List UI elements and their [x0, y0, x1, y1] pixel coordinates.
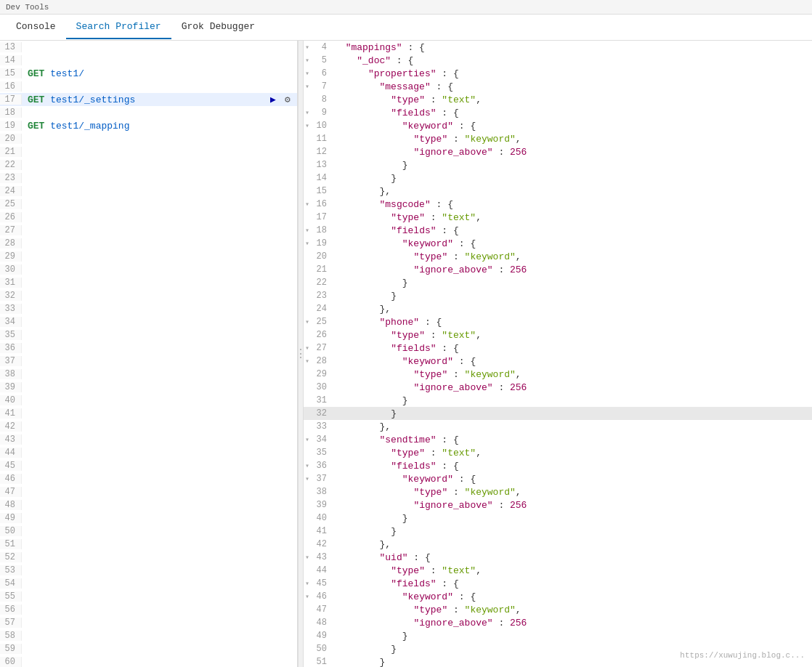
editor-line: 49 — [0, 512, 297, 525]
fold-marker-icon[interactable]: ▾ — [305, 121, 309, 130]
line-num-text: 46 — [317, 591, 327, 602]
output-line-content: "ignore_above" : 256 — [331, 382, 527, 393]
output-line-number: 31 — [304, 395, 331, 405]
line-num-text: 44 — [317, 565, 327, 575]
tab-search-profiler[interactable]: Search Profiler — [66, 15, 171, 39]
line-number: 58 — [0, 631, 22, 641]
editor-line: 39 — [0, 381, 297, 394]
output-line-content: "mappings" : { — [331, 42, 425, 53]
run-button[interactable]: ▶ — [267, 93, 280, 106]
http-method: GET — [28, 94, 44, 105]
output-line: 23 } — [304, 289, 812, 302]
line-num-text: 23 — [317, 291, 327, 301]
output-line-number: ▾46 — [304, 591, 331, 602]
fold-marker-icon[interactable]: ▾ — [305, 592, 309, 601]
output-line-number: 40 — [304, 513, 331, 523]
output-line: ▾36 "fields" : { — [304, 459, 812, 472]
fold-marker-icon[interactable]: ▾ — [305, 82, 309, 91]
output-line-number: ▾43 — [304, 552, 331, 562]
output-line-number: ▾6 — [304, 68, 331, 78]
output-line-content: }, — [331, 421, 391, 432]
output-line-content: "ignore_above" : 256 — [331, 500, 527, 511]
fold-marker-icon[interactable]: ▾ — [305, 200, 309, 209]
fold-marker-icon[interactable]: ▾ — [305, 226, 309, 235]
line-num-text: 27 — [317, 343, 327, 353]
tab-console[interactable]: Console — [6, 15, 66, 39]
resize-handle[interactable]: ⋮ — [298, 41, 304, 667]
output-line-number: ▾10 — [304, 121, 331, 131]
output-line-number: 14 — [304, 173, 331, 183]
output-line: ▾9 "fields" : { — [304, 106, 812, 119]
topbar: Dev Tools — [0, 0, 812, 15]
output-line: 22 } — [304, 276, 812, 289]
line-num-text: 29 — [317, 369, 327, 379]
fold-marker-icon[interactable]: ▾ — [305, 56, 309, 65]
editor-line: 32 — [0, 289, 297, 302]
output-line-number: 20 — [304, 251, 331, 262]
output-line: 32 } — [304, 407, 812, 420]
fold-marker-icon[interactable]: ▾ — [305, 461, 309, 470]
output-line-number: 48 — [304, 618, 331, 628]
line-num-text: 16 — [317, 199, 327, 209]
line-number: 27 — [0, 225, 22, 235]
editor-line[interactable]: 17GET test1/_settings▶⚙ — [0, 93, 297, 106]
output-line-content: "type" : "text", — [331, 448, 482, 458]
editor-line: 56 — [0, 603, 297, 616]
editor-line: 30 — [0, 263, 297, 276]
line-num-text: 50 — [317, 644, 327, 654]
editor-line: 58 — [0, 629, 297, 642]
output-line: ▾10 "keyword" : { — [304, 119, 812, 132]
line-number: 14 — [0, 55, 22, 65]
line-number: 19 — [0, 121, 22, 131]
output-line-content: "properties" : { — [331, 68, 459, 79]
output-line: ▾6 "properties" : { — [304, 67, 812, 80]
tab-grok-debugger[interactable]: Grok Debugger — [171, 15, 265, 39]
output-line-number: ▾36 — [304, 461, 331, 471]
line-number: 30 — [0, 264, 22, 275]
output-line-content: } — [331, 526, 397, 537]
output-line-number: 41 — [304, 526, 331, 536]
fold-marker-icon[interactable]: ▾ — [305, 344, 309, 352]
editor-line: 21 — [0, 145, 297, 158]
output-line-number: 15 — [304, 186, 331, 196]
fold-marker-icon[interactable]: ▾ — [305, 579, 309, 588]
settings-icon[interactable]: ⚙ — [281, 93, 294, 106]
line-number: 36 — [0, 343, 22, 353]
fold-marker-icon[interactable]: ▾ — [305, 357, 309, 365]
line-num-text: 38 — [317, 487, 327, 497]
fold-marker-icon[interactable]: ▾ — [305, 69, 309, 78]
line-num-text: 36 — [317, 461, 327, 471]
editor-line: 13 — [0, 41, 297, 54]
line-num-text: 51 — [317, 657, 327, 667]
fold-marker-icon[interactable]: ▾ — [305, 318, 309, 326]
output-line: 41 } — [304, 525, 812, 538]
editor-line: 20 — [0, 132, 297, 145]
line-num-text: 49 — [317, 631, 327, 641]
output-line-content: "message" : { — [331, 81, 453, 92]
editor-line: 25 — [0, 198, 297, 211]
output-line-content: "fields" : { — [331, 578, 459, 589]
line-num-text: 30 — [317, 382, 327, 392]
line-num-text: 25 — [317, 317, 327, 327]
line-number: 25 — [0, 199, 22, 209]
fold-marker-icon[interactable]: ▾ — [305, 435, 309, 444]
line-number: 37 — [0, 356, 22, 366]
output-line-content: "keyword" : { — [331, 356, 476, 367]
output-line-number: 38 — [304, 487, 331, 497]
editor-line: 28 — [0, 237, 297, 250]
output-line: 38 "type" : "keyword", — [304, 485, 812, 498]
line-num-text: 13 — [317, 160, 327, 170]
fold-marker-icon[interactable]: ▾ — [305, 239, 309, 248]
output-line-number: ▾45 — [304, 578, 331, 589]
output-line: 11 "type" : "keyword", — [304, 132, 812, 145]
line-number: 23 — [0, 173, 22, 183]
output-line: 12 "ignore_above" : 256 — [304, 145, 812, 158]
editor-line[interactable]: 19GET test1/_mapping — [0, 119, 297, 132]
fold-marker-icon[interactable]: ▾ — [305, 43, 309, 52]
line-number: 38 — [0, 369, 22, 379]
fold-marker-icon[interactable]: ▾ — [305, 553, 309, 562]
fold-marker-icon[interactable]: ▾ — [305, 474, 309, 483]
fold-marker-icon[interactable]: ▾ — [305, 108, 309, 117]
output-line-content: "_doc" : { — [331, 55, 413, 66]
editor-line[interactable]: 15GET test1/ — [0, 67, 297, 80]
